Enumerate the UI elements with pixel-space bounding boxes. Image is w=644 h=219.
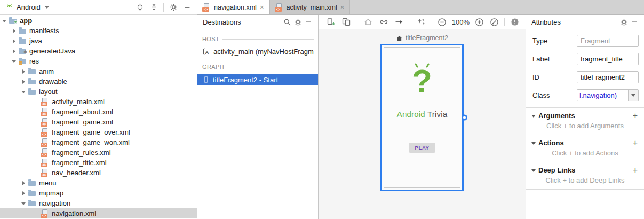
tree-item-navigation[interactable]: navigation xyxy=(0,198,197,208)
add-action-button[interactable]: + xyxy=(632,139,639,147)
tree-item-fragment-game-won-xml[interactable]: <>fragment_game_won.xml xyxy=(0,137,197,147)
zoom-in-button[interactable] xyxy=(474,17,484,27)
attributes-form: Type Fragment Label fragment_title ID ti… xyxy=(526,29,644,107)
folder-icon xyxy=(28,179,37,187)
tree-item-menu[interactable]: menu xyxy=(0,178,197,188)
chevron-icon[interactable] xyxy=(20,179,27,186)
nav-graph-canvas[interactable]: 100% titleFragment2 ? Android Trivia PLA… xyxy=(319,15,526,219)
fragment-canvas-label[interactable]: titleFragment2 xyxy=(380,34,464,42)
chevron-icon[interactable] xyxy=(20,78,27,85)
tree-item-res[interactable]: res xyxy=(0,56,197,66)
auto-arrange-button[interactable] xyxy=(416,17,426,27)
chevron-icon[interactable] xyxy=(20,88,27,95)
actions-section: Actions + Click + to add Actions xyxy=(526,135,644,162)
tree-item-app[interactable]: app xyxy=(0,15,197,26)
close-icon[interactable]: × xyxy=(259,4,265,11)
add-deep-link-button[interactable]: + xyxy=(632,167,639,174)
tree-item-mipmap[interactable]: mipmap xyxy=(0,188,197,198)
folder-icon xyxy=(18,27,27,35)
settings-gear-button[interactable] xyxy=(168,2,179,13)
chevron-icon[interactable] xyxy=(11,37,18,44)
android-logo-icon xyxy=(5,3,13,11)
chevron-icon xyxy=(33,159,40,166)
nested-graph-button[interactable] xyxy=(341,17,352,27)
chevron-icon[interactable] xyxy=(20,190,27,197)
editor-tab-bar: <> navigation.xml × <> activity_main.xml… xyxy=(197,0,644,15)
folder-app-icon xyxy=(9,17,18,25)
issues-warning-button[interactable] xyxy=(510,17,520,27)
destinations-header: Destinations xyxy=(197,15,318,29)
chevron-down-icon[interactable] xyxy=(531,169,536,172)
chevron-icon[interactable] xyxy=(20,68,27,75)
chevron-down-icon[interactable] xyxy=(45,6,49,9)
chevron-down-icon[interactable] xyxy=(628,90,638,101)
chevron-icon xyxy=(33,169,40,176)
action-arrow-button[interactable] xyxy=(394,17,404,27)
zoom-out-button[interactable] xyxy=(437,17,448,27)
tree-item-java[interactable]: java xyxy=(0,36,197,46)
gear-icon[interactable] xyxy=(292,17,303,27)
chevron-icon xyxy=(33,129,40,136)
folder-icon xyxy=(28,77,37,86)
tree-item-fragment-game-over-xml[interactable]: <>fragment_game_over.xml xyxy=(0,127,197,137)
id-field[interactable]: titleFragment2 xyxy=(577,71,639,83)
chevron-icon[interactable] xyxy=(1,17,8,24)
chevron-icon[interactable] xyxy=(11,48,18,54)
deep-link-button[interactable] xyxy=(378,17,389,27)
play-button[interactable]: PLAY xyxy=(409,143,435,153)
tab-navigation-xml[interactable]: <> navigation.xml × xyxy=(197,0,270,14)
canvas-toolbar: 100% xyxy=(319,15,526,29)
label-field[interactable]: fragment_title xyxy=(577,53,639,65)
xml-file-icon: <> xyxy=(41,108,50,116)
tree-item-generatedJava[interactable]: ✱generatedJava xyxy=(0,46,197,56)
tree-item-label: drawable xyxy=(39,77,67,85)
xml-file-icon: <> xyxy=(41,98,50,106)
tree-item-navigation-xml[interactable]: <>navigation.xml xyxy=(0,208,197,218)
tab-activity-main-xml[interactable]: <> activity_main.xml × xyxy=(270,0,351,14)
graph-item-title-fragment[interactable]: titleFragment2 - Start xyxy=(197,74,318,85)
gear-icon[interactable] xyxy=(618,17,629,27)
chevron-icon[interactable] xyxy=(11,27,18,34)
project-panel-header: Android xyxy=(0,0,197,15)
chevron-icon xyxy=(33,119,40,126)
chevron-down-icon[interactable] xyxy=(531,142,536,145)
close-icon[interactable]: × xyxy=(340,4,345,11)
hide-panel-button[interactable] xyxy=(303,17,314,27)
add-destination-button[interactable] xyxy=(325,17,336,27)
assign-start-home-button[interactable] xyxy=(363,17,373,27)
tree-item-fragment-title-xml[interactable]: <>fragment_title.xml xyxy=(0,158,197,168)
tree-item-anim[interactable]: anim xyxy=(0,66,197,76)
folder-gen-icon: ✱ xyxy=(18,47,27,56)
tree-item-fragment-about-xml[interactable]: <>fragment_about.xml xyxy=(0,107,197,117)
tree-item-manifests[interactable]: manifests xyxy=(0,26,197,36)
locate-file-button[interactable] xyxy=(134,2,145,13)
add-argument-button[interactable]: + xyxy=(632,112,639,120)
tree-item-fragment-game-xml[interactable]: <>fragment_game.xml xyxy=(0,117,197,127)
tree-item-activity-main-xml[interactable]: <>activity_main.xml xyxy=(0,97,197,107)
chevron-icon[interactable] xyxy=(20,200,27,207)
zoom-to-fit-button[interactable] xyxy=(489,17,499,27)
hide-panel-button[interactable] xyxy=(629,17,640,27)
chevron-icon xyxy=(33,108,40,115)
project-tree: appmanifestsjava✱generatedJavaresanimdra… xyxy=(0,15,197,218)
destinations-panel: Destinations HOST activity_main (myNavHo… xyxy=(197,15,319,219)
tree-item-drawable[interactable]: drawable xyxy=(0,76,197,87)
attributes-header: Attributes xyxy=(526,15,644,29)
arguments-section: Arguments + Click + to add Arguments xyxy=(526,107,644,135)
chevron-down-icon[interactable] xyxy=(531,115,536,118)
host-item-activity-main[interactable]: activity_main (myNavHostFragm xyxy=(197,45,318,57)
tree-item-layout[interactable]: layout xyxy=(0,87,197,97)
hide-panel-button[interactable] xyxy=(182,2,193,13)
search-icon[interactable] xyxy=(282,17,292,27)
collapse-all-button[interactable] xyxy=(148,2,159,13)
action-connection-handle[interactable] xyxy=(462,115,467,121)
class-combobox[interactable]: l.navigation) xyxy=(577,89,639,101)
chevron-icon xyxy=(33,210,40,217)
tree-item-nav-header-xml[interactable]: <>nav_header.xml xyxy=(0,168,197,178)
project-view-selector[interactable]: Android xyxy=(17,3,41,11)
folder-icon xyxy=(28,88,37,96)
destinations-title: Destinations xyxy=(203,18,241,26)
fragment-preview-title[interactable]: ? Android Trivia PLAY xyxy=(380,44,464,191)
chevron-icon[interactable] xyxy=(11,58,18,65)
tree-item-fragment-rules-xml[interactable]: <>fragment_rules.xml xyxy=(0,147,197,158)
